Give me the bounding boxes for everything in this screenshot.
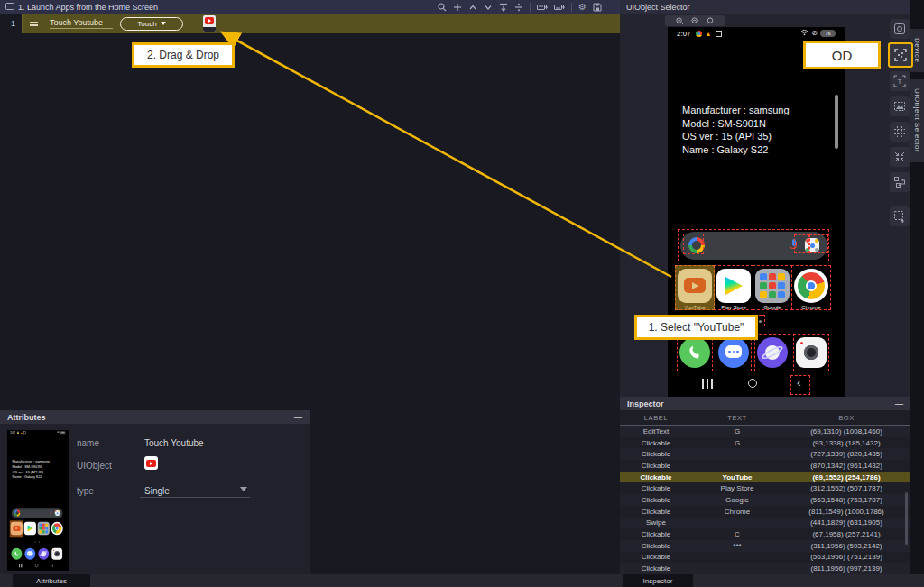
align-top-icon[interactable] (499, 3, 508, 12)
inspector-minimize-button[interactable]: — (895, 399, 903, 408)
battery-indicator: 76 (820, 30, 836, 37)
image-select-tool-button[interactable] (890, 96, 910, 116)
insert-row-above-icon[interactable] (537, 3, 548, 12)
step-number: 1 (0, 14, 22, 33)
zoom-out-icon[interactable] (691, 13, 699, 29)
nav-recents-icon[interactable] (702, 379, 713, 389)
bottom-bar-left (0, 574, 620, 587)
flow-title: 1. Launch Apps from the Home Screen (18, 3, 158, 12)
capture-tool-button[interactable] (890, 19, 910, 39)
phone-status-bar: 2:07 ▲ ⊘ 76 (668, 27, 845, 40)
search-icon[interactable] (438, 3, 447, 12)
inspector-row[interactable]: ClickableG(93,1338) (185,1432) (620, 437, 910, 449)
device-screenshot[interactable]: 2:07 ▲ ⊘ 76 Manufacturer : samsung Model… (668, 27, 845, 397)
device-info-text: Manufacturer : samsung Model : SM-S901N … (682, 104, 790, 156)
inspector-header: Inspector — (620, 397, 910, 410)
zoom-in-icon[interactable] (676, 13, 684, 29)
drag-handle-icon[interactable] (30, 22, 38, 26)
collapse-selection-tool-button[interactable] (890, 147, 910, 167)
chevron-up-icon[interactable] (468, 3, 477, 12)
dropdown-arrow-icon (161, 22, 166, 25)
step-name-field[interactable]: Touch Youtube (50, 18, 113, 29)
callout-od-mode: OD (803, 41, 881, 69)
phone-clock: 2:07 (677, 30, 691, 38)
action-dropdown[interactable]: Touch (120, 17, 183, 31)
inspector-panel: Inspector — LABEL TEXT BOX EditTextG(69,… (620, 397, 910, 574)
inspector-row[interactable]: Clickable(870,1342) (961,1432) (620, 460, 910, 472)
inspector-scrollbar[interactable] (905, 492, 908, 545)
detection-box-playstore (714, 265, 753, 310)
window-icon (5, 2, 14, 13)
youtube-selected-overlay (675, 265, 715, 310)
lasso-select-tool-button[interactable] (890, 206, 910, 226)
uiobject-screen-thumbnail: 2:07▲ ⊘76 Manufacturer : samsung Model :… (7, 430, 69, 571)
type-dropdown-arrow-icon[interactable] (240, 487, 247, 491)
detection-box-lens (809, 234, 828, 253)
flow-titlebar: 1. Launch Apps from the Home Screen ⚙ (0, 0, 620, 14)
inspector-row[interactable]: Clickable(563,1956) (751,2139) (620, 552, 910, 564)
inspector-row[interactable]: ClickableChrome(811,1549) (1000,1786) (620, 506, 910, 518)
tab-inspector[interactable]: Inspector (623, 574, 693, 587)
detection-box-chrome (791, 265, 831, 310)
text-select-tool-button[interactable]: T (890, 71, 910, 91)
detection-box-mic (794, 234, 809, 253)
nav-home-icon[interactable] (748, 379, 757, 388)
inspector-row[interactable]: EditTextG(69,1310) (1008,1460) (620, 426, 910, 437)
attributes-header: Attributes — (0, 410, 310, 424)
hierarchy-tool-button[interactable] (890, 172, 910, 192)
name-field-label: name (77, 438, 99, 448)
inspector-row[interactable]: Clickable***(311,1956) (503,2142) (620, 540, 910, 552)
object-detection-tool-button[interactable] (888, 42, 913, 68)
save-icon[interactable] (593, 3, 602, 12)
inspector-row-selected[interactable]: ClickableYouTube(69,1552) (254,1786) (620, 472, 910, 483)
inspector-row[interactable]: ClickablePlay Store(312,1552) (507,1787) (620, 482, 910, 494)
screenshot-notification-icon (716, 31, 722, 37)
chevron-down-icon[interactable] (484, 3, 493, 12)
detection-box-g (683, 234, 704, 254)
uiobject-field-label: UIObject (77, 461, 112, 471)
inspector-row[interactable]: Clickable(811,1956) (997,2139) (620, 563, 910, 574)
type-dropdown-underline (140, 497, 250, 498)
zoom-reset-icon[interactable] (707, 13, 715, 29)
tab-uiobject-selector[interactable]: UIObject Selector (910, 79, 924, 162)
distribute-icon[interactable] (514, 3, 523, 12)
inspector-column-headers: LABEL TEXT BOX (620, 410, 910, 426)
uiobject-selector-title: UIObject Selector (626, 3, 690, 12)
zoom-controls (665, 15, 725, 26)
settings-gear-icon[interactable]: ⚙ (578, 3, 587, 12)
attributes-minimize-button[interactable]: — (294, 413, 302, 422)
phone-scrollbar[interactable] (835, 95, 838, 149)
inspector-row[interactable]: Swipe(441,1829) (631,1905) (620, 518, 910, 529)
col-box: BOX (782, 414, 910, 422)
uiobject-thumbnail[interactable] (203, 15, 216, 32)
app-window: 1. Launch Apps from the Home Screen ⚙ 1 … (0, 0, 924, 587)
insert-row-below-icon[interactable] (554, 3, 565, 12)
type-field-label: type (77, 486, 94, 496)
col-label: LABEL (620, 414, 692, 422)
callout-select-youtube: 1. Select "YouTube" (634, 315, 758, 340)
detection-box-internet (754, 334, 790, 371)
col-text: TEXT (692, 414, 782, 422)
wifi-icon (800, 29, 808, 38)
detection-box-back (790, 375, 810, 395)
inspector-row[interactable]: Clickable(727,1339) (820,1435) (620, 448, 910, 460)
uiobject-field-icon[interactable] (144, 456, 158, 470)
inspector-row[interactable]: ClickableGoogle(563,1548) (753,1787) (620, 494, 910, 506)
warning-icon: ▲ (706, 31, 712, 37)
callout-drag-drop: 2. Drag & Drop (132, 42, 235, 68)
detection-box-camera (793, 334, 829, 371)
grid-select-tool-button[interactable] (890, 122, 910, 142)
name-field-value[interactable]: Touch Youtube (144, 438, 204, 448)
flow-step-row[interactable]: Touch Youtube Touch (22, 14, 620, 33)
inspector-row[interactable]: ClickableC(67,1958) (257,2141) (620, 528, 910, 540)
svg-text:T: T (898, 78, 902, 86)
uiobject-selector-header: UIObject Selector (620, 0, 910, 14)
add-step-icon[interactable] (453, 3, 462, 12)
detection-box-google (753, 265, 792, 310)
attributes-panel: Attributes — 2:07▲ ⊘76 Manufacturer : sa… (0, 410, 310, 574)
type-field-value[interactable]: Single (144, 486, 170, 496)
no-signal-icon: ⊘ (811, 30, 818, 37)
tab-attributes[interactable]: Attributes (13, 574, 90, 587)
chrome-notification-icon (696, 31, 702, 37)
inspector-title: Inspector (627, 399, 664, 408)
